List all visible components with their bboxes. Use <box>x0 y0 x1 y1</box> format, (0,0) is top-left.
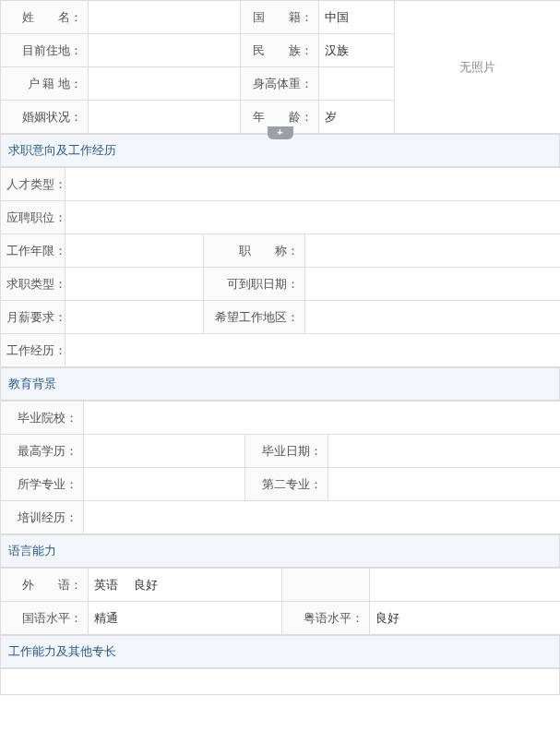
work-years-value <box>66 234 204 268</box>
nationality-value: 中国 <box>319 1 395 34</box>
work-area-label: 希望工作地区： <box>204 301 305 334</box>
position-value <box>66 201 561 234</box>
table-row: 最高学历： 毕业日期： <box>1 435 561 468</box>
ability-table <box>0 668 560 695</box>
school-value <box>84 401 561 435</box>
residence-value <box>89 34 241 67</box>
section-ability: 工作能力及其他专长 <box>0 635 560 668</box>
foreign-label: 外 语： <box>1 569 89 602</box>
table-row: 工作年限： 职 称： <box>1 234 561 268</box>
title-value <box>305 234 561 268</box>
table-row: 姓 名： 国 籍： 中国 无照片 <box>1 1 561 34</box>
mandarin-label: 国语水平： <box>1 602 89 635</box>
section-title: 教育背景 <box>8 377 56 390</box>
major-label: 所学专业： <box>1 468 84 501</box>
degree-value <box>84 435 245 468</box>
school-label: 毕业院校： <box>1 401 84 435</box>
photo-placeholder: 无照片 <box>395 1 561 134</box>
title-label: 职 称： <box>204 234 305 268</box>
nationality-label: 国 籍： <box>241 1 319 34</box>
basic-info-table: 姓 名： 国 籍： 中国 无照片 目前住地： 民 族： 汉族 户 籍 地： 身高… <box>0 0 560 134</box>
talent-type-value <box>66 168 561 201</box>
cantonese-value: 良好 <box>370 602 561 635</box>
foreign2-value <box>370 569 561 602</box>
foreign-value: 英语 良好 <box>89 569 282 602</box>
job-intent-table: 人才类型： 应聘职位： 工作年限： 职 称： 求职类型： 可到职日期： 月薪要求… <box>0 167 560 367</box>
salary-label: 月薪要求： <box>1 301 66 334</box>
avail-date-label: 可到职日期： <box>204 268 305 301</box>
position-label: 应聘职位： <box>1 201 66 234</box>
section-title: 语言能力 <box>8 544 56 557</box>
degree-label: 最高学历： <box>1 435 84 468</box>
ethnic-label: 民 族： <box>241 34 319 67</box>
work-exp-value <box>66 334 561 367</box>
cantonese-label: 粤语水平： <box>282 602 370 635</box>
section-job-intent: + 求职意向及工作经历 <box>0 134 560 167</box>
marital-value <box>89 101 241 134</box>
section-title: 工作能力及其他专长 <box>8 644 116 658</box>
job-type-label: 求职类型： <box>1 268 66 301</box>
foreign2-label <box>282 569 370 602</box>
grad-date-label: 毕业日期： <box>245 435 328 468</box>
table-row: 毕业院校： <box>1 401 561 435</box>
talent-type-label: 人才类型： <box>1 168 66 201</box>
section-education: 教育背景 <box>0 367 560 401</box>
table-row: 培训经历： <box>1 501 561 534</box>
name-value <box>89 1 241 34</box>
training-label: 培训经历： <box>1 501 84 534</box>
work-years-label: 工作年限： <box>1 234 66 268</box>
second-major-value <box>328 468 561 501</box>
training-value <box>84 501 561 534</box>
marital-label: 婚姻状况： <box>1 101 89 134</box>
huji-value <box>89 67 241 101</box>
ethnic-value: 汉族 <box>319 34 395 67</box>
table-row: 外 语： 英语 良好 <box>1 569 561 602</box>
age-value: 岁 <box>319 101 395 134</box>
plus-icon[interactable]: + <box>268 126 293 139</box>
education-table: 毕业院校： 最高学历： 毕业日期： 所学专业： 第二专业： 培训经历： <box>0 401 560 534</box>
mandarin-value: 精通 <box>89 602 282 635</box>
section-language: 语言能力 <box>0 534 560 568</box>
salary-value <box>66 301 204 334</box>
avail-date-value <box>305 268 561 301</box>
second-major-label: 第二专业： <box>245 468 328 501</box>
residence-label: 目前住地： <box>1 34 89 67</box>
table-row: 人才类型： <box>1 168 561 201</box>
huji-label: 户 籍 地： <box>1 67 89 101</box>
job-type-value <box>66 268 204 301</box>
ability-value <box>1 669 560 695</box>
work-area-value <box>305 301 561 334</box>
table-row: 所学专业： 第二专业： <box>1 468 561 501</box>
table-row: 应聘职位： <box>1 201 561 234</box>
height-weight-label: 身高体重： <box>241 67 319 101</box>
table-row: 月薪要求： 希望工作地区： <box>1 301 561 334</box>
major-value <box>84 468 245 501</box>
language-table: 外 语： 英语 良好 国语水平： 精通 粤语水平： 良好 <box>0 568 560 635</box>
table-row: 求职类型： 可到职日期： <box>1 268 561 301</box>
section-title: 求职意向及工作经历 <box>8 143 116 157</box>
grad-date-value <box>328 435 561 468</box>
name-label: 姓 名： <box>1 1 89 34</box>
table-row <box>1 669 560 695</box>
height-weight-value <box>319 67 395 101</box>
table-row: 国语水平： 精通 粤语水平： 良好 <box>1 602 561 635</box>
work-exp-label: 工作经历： <box>1 334 66 367</box>
table-row: 工作经历： <box>1 334 561 367</box>
